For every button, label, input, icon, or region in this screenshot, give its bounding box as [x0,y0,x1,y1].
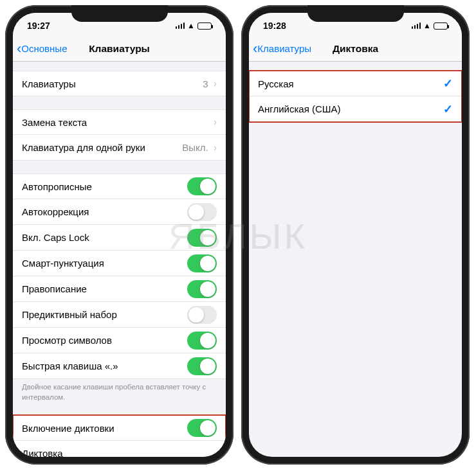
row-language-english-us[interactable]: Английская (США) ✓ [249,96,462,122]
battery-icon [197,22,212,30]
group-dictation: Включение диктовки Диктовка › [13,415,226,457]
row-detail: 3 [203,78,208,89]
toggle-predictive[interactable] [187,306,217,324]
phone-right: 19:28 ▲ ‹ Клавиатуры Диктовка Русская ✓ [241,5,470,465]
row-label: Предиктивный набор [22,309,117,320]
toggle-smartpunct[interactable] [187,254,217,272]
row-label: Быстрая клавиша «.» [22,360,118,371]
wifi-icon: ▲ [187,21,195,30]
row-label: Автопрописные [22,181,92,192]
row-autocorrect: Автокоррекция [13,199,226,225]
row-detail: Выкл. [182,142,208,153]
row-capslock: Вкл. Caps Lock [13,225,226,251]
row-smartpunct: Смарт-пунктуация [13,251,226,276]
toggle-charpreview[interactable] [187,332,217,350]
row-autocap: Автопрописные [13,173,226,199]
toggle-autocorrect[interactable] [187,203,217,221]
row-enable-dictation: Включение диктовки [13,415,226,441]
row-predictive: Предиктивный набор [13,302,226,328]
toggle-enable-dictation[interactable] [187,419,217,437]
row-label: Включение диктовки [22,423,114,434]
signal-icon [412,22,421,29]
status-time: 19:28 [263,21,286,31]
row-label: Английская (США) [258,103,341,114]
toggle-spelling[interactable] [187,280,217,298]
row-dictation[interactable]: Диктовка › [13,441,226,457]
phone-left: 19:27 ▲ ‹ Основные Клавиатуры Клавиатуры… [5,5,233,465]
notch [71,5,168,22]
row-text-replacement[interactable]: Замена текста › [13,109,226,135]
back-label: Основные [21,43,67,54]
group-keyboards: Клавиатуры 3 › [13,71,226,96]
content: Клавиатуры 3 › Замена текста › Клавиатур… [13,62,226,457]
row-label: Вкл. Caps Lock [22,232,89,243]
row-label: Правописание [22,283,87,294]
back-label: Клавиатуры [257,43,311,54]
row-label: Замена текста [22,117,87,128]
chevron-right-icon: › [214,142,217,154]
row-label: Смарт-пунктуация [22,258,104,269]
group-toggles-footer: Двойное касание клавиши пробела вставляе… [13,379,226,402]
row-one-handed[interactable]: Клавиатура для одной руки Выкл. › [13,135,226,161]
signal-icon [176,22,185,29]
row-label: Русская [258,78,294,89]
checkmark-icon: ✓ [443,76,453,91]
back-button[interactable]: ‹ Основные [13,40,68,57]
row-label: Автокоррекция [22,206,89,217]
screen-right: 19:28 ▲ ‹ Клавиатуры Диктовка Русская ✓ [249,13,462,457]
group-toggles: Автопрописные Автокоррекция Вкл. Caps Lo… [13,173,226,379]
row-charpreview: Просмотр символов [13,328,226,353]
chevron-left-icon: ‹ [253,40,257,57]
row-spelling: Правописание [13,276,226,302]
status-time: 19:27 [27,21,50,31]
chevron-right-icon: › [214,448,217,457]
back-button[interactable]: ‹ Клавиатуры [249,40,311,57]
notch [307,5,404,22]
wifi-icon: ▲ [423,21,431,30]
toggle-period-shortcut[interactable] [187,357,217,375]
group-text-options: Замена текста › Клавиатура для одной рук… [13,109,226,161]
chevron-left-icon: ‹ [17,40,21,57]
chevron-right-icon: › [214,116,217,128]
row-label: Клавиатуры [22,78,76,89]
row-label: Диктовка [22,448,63,457]
row-period-shortcut: Быстрая клавиша «.» [13,353,226,379]
row-language-russian[interactable]: Русская ✓ [249,71,462,96]
toggle-autocap[interactable] [187,177,217,195]
group-languages: Русская ✓ Английская (США) ✓ [249,71,462,122]
row-label: Клавиатура для одной руки [22,142,145,153]
screen-left: 19:27 ▲ ‹ Основные Клавиатуры Клавиатуры… [13,13,226,457]
row-label: Просмотр символов [22,335,112,346]
chevron-right-icon: › [214,78,217,89]
toggle-capslock[interactable] [187,229,217,247]
content: Русская ✓ Английская (США) ✓ [249,62,462,457]
checkmark-icon: ✓ [443,102,453,116]
row-keyboards[interactable]: Клавиатуры 3 › [13,71,226,96]
nav-bar: ‹ Основные Клавиатуры [13,36,226,62]
nav-bar: ‹ Клавиатуры Диктовка [249,36,462,62]
battery-icon [434,22,448,30]
